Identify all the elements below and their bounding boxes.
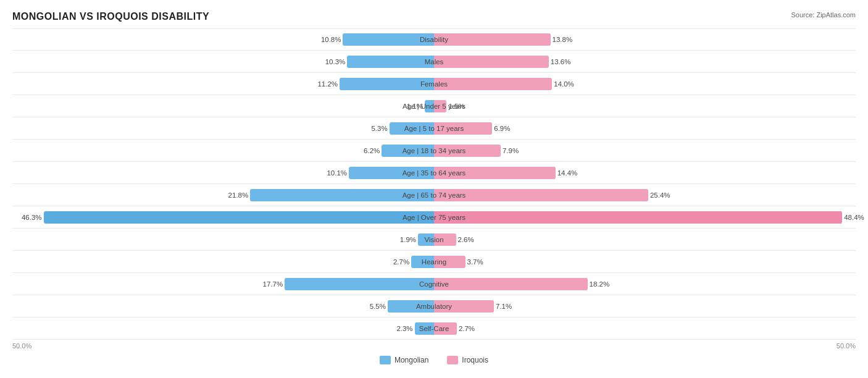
bar-row: Females11.2%14.0% <box>12 73 856 95</box>
bar-row: Cognitive17.7%18.2% <box>12 273 856 295</box>
bars-wrapper: Age | 5 to 17 years5.3%6.9% <box>12 117 856 140</box>
bar-label: Age | Under 5 years <box>403 103 465 110</box>
val-right: 18.2% <box>590 280 610 288</box>
bar-label: Males <box>425 58 444 65</box>
bars-wrapper: Age | 35 to 64 years10.1%14.4% <box>12 162 856 184</box>
iroquois-label: Iroquois <box>462 356 488 364</box>
bar-label: Age | Over 75 years <box>403 214 465 221</box>
mongolian-label: Mongolian <box>394 356 428 364</box>
bar-row: Age | Under 5 years1.1%1.5% <box>12 95 856 117</box>
mongolian-color-box <box>380 356 391 364</box>
val-right: 48.4% <box>844 214 864 221</box>
val-left: 2.7% <box>393 258 409 266</box>
bar-row: Age | 18 to 34 years6.2%7.9% <box>12 140 856 162</box>
val-right: 2.7% <box>459 325 475 332</box>
legend: Mongolian Iroquois <box>12 356 856 364</box>
bar-label: Age | 65 to 74 years <box>403 191 466 199</box>
val-left: 17.7% <box>263 280 283 288</box>
bar-iroquois <box>434 278 588 290</box>
bars-wrapper: Age | Over 75 years46.3%48.4% <box>12 206 856 229</box>
val-left: 5.3% <box>371 125 387 132</box>
bar-mongolian <box>44 211 434 224</box>
bar-label: Ambulatory <box>416 303 452 310</box>
val-left: 1.9% <box>400 236 416 243</box>
axis-left: 50.0% <box>12 342 31 350</box>
axis-right: 50.0% <box>837 342 856 350</box>
chart-area: Disability10.8%13.8%Males10.3%13.6%Femal… <box>12 28 856 340</box>
bars-wrapper: Disability10.8%13.8% <box>12 28 856 51</box>
val-right: 13.6% <box>551 58 571 65</box>
bar-mongolian <box>347 56 434 68</box>
bar-row: Age | 35 to 64 years10.1%14.4% <box>12 162 856 184</box>
bar-row: Age | 5 to 17 years5.3%6.9% <box>12 117 856 140</box>
val-right: 14.0% <box>554 80 574 88</box>
bar-label: Cognitive <box>419 280 449 288</box>
val-right: 25.4% <box>650 191 670 199</box>
val-left: 46.3% <box>22 214 42 221</box>
bar-label: Age | 35 to 64 years <box>403 169 466 177</box>
bar-iroquois <box>434 33 551 46</box>
chart-source: Source: ZipAtlas.com <box>791 11 856 19</box>
bar-iroquois <box>434 211 842 224</box>
bar-iroquois <box>434 78 552 90</box>
bar-label: Age | 18 to 34 years <box>403 147 466 154</box>
bar-row: Hearing2.7%3.7% <box>12 251 856 273</box>
bar-label: Vision <box>424 236 443 243</box>
chart-header: MONGOLIAN VS IROQUOIS DISABILITY Source:… <box>12 11 856 22</box>
val-right: 7.9% <box>503 147 519 154</box>
bars-wrapper: Age | 65 to 74 years21.8%25.4% <box>12 184 856 206</box>
bar-label: Self-Care <box>419 325 449 332</box>
bars-wrapper: Vision1.9%2.6% <box>12 229 856 251</box>
legend-mongolian: Mongolian <box>380 356 428 364</box>
val-left: 10.8% <box>321 36 341 43</box>
bar-label: Disability <box>420 36 448 43</box>
bar-row: Ambulatory5.5%7.1% <box>12 295 856 317</box>
val-right: 3.7% <box>467 258 483 266</box>
bars-wrapper: Males10.3%13.6% <box>12 51 856 73</box>
val-left: 5.5% <box>370 303 386 310</box>
bar-row: Age | Over 75 years46.3%48.4% <box>12 206 856 229</box>
bars-wrapper: Self-Care2.3%2.7% <box>12 317 856 340</box>
axis-row: 50.0% 50.0% <box>12 342 856 350</box>
val-left: 10.1% <box>327 169 347 177</box>
val-left: 11.2% <box>317 80 338 88</box>
val-left: 6.2% <box>364 147 380 154</box>
bar-label: Hearing <box>422 258 446 266</box>
chart-container: MONGOLIAN VS IROQUOIS DISABILITY Source:… <box>0 0 868 377</box>
val-right: 2.6% <box>458 236 474 243</box>
val-right: 14.4% <box>557 169 578 177</box>
bar-label: Females <box>420 80 448 88</box>
legend-iroquois: Iroquois <box>447 356 488 364</box>
val-left: 21.8% <box>228 191 249 199</box>
bar-mongolian <box>285 278 434 290</box>
bars-wrapper: Females11.2%14.0% <box>12 73 856 95</box>
bar-row: Age | 65 to 74 years21.8%25.4% <box>12 184 856 206</box>
bar-row: Vision1.9%2.6% <box>12 229 856 251</box>
val-right: 13.8% <box>553 36 573 43</box>
chart-title: MONGOLIAN VS IROQUOIS DISABILITY <box>12 11 209 22</box>
bar-iroquois <box>434 56 549 68</box>
bars-wrapper: Age | 18 to 34 years6.2%7.9% <box>12 140 856 162</box>
bars-wrapper: Age | Under 5 years1.1%1.5% <box>12 95 856 117</box>
bar-label: Age | 5 to 17 years <box>404 125 464 132</box>
bar-iroquois <box>434 189 648 201</box>
val-right: 7.1% <box>496 303 512 310</box>
bar-row: Disability10.8%13.8% <box>12 28 856 51</box>
bars-wrapper: Cognitive17.7%18.2% <box>12 273 856 295</box>
iroquois-color-box <box>447 356 458 364</box>
bars-wrapper: Ambulatory5.5%7.1% <box>12 295 856 317</box>
val-left: 10.3% <box>325 58 346 65</box>
val-left: 2.3% <box>396 325 412 332</box>
val-right: 6.9% <box>494 125 510 132</box>
bars-wrapper: Hearing2.7%3.7% <box>12 251 856 273</box>
bar-row: Males10.3%13.6% <box>12 51 856 73</box>
bar-row: Self-Care2.3%2.7% <box>12 317 856 340</box>
